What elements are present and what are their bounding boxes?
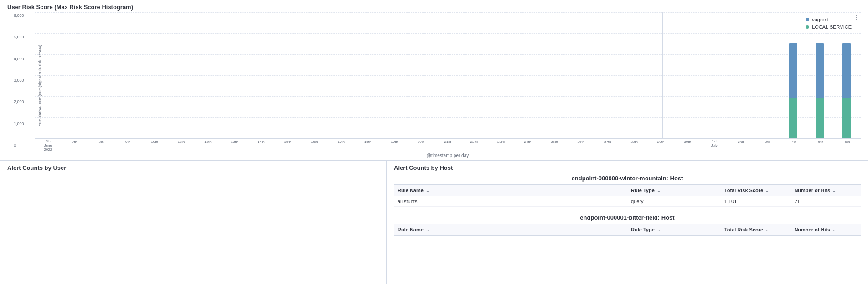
host-table-0: Rule Name ⌄ Rule Type ⌄ Total Risk Score… <box>394 184 861 207</box>
host-title-0: endpoint-000000-winter-mountain: Host <box>394 175 861 182</box>
col-header-total-risk-1[interactable]: Total Risk Score ⌄ <box>721 224 791 236</box>
col-header-rule-type-0[interactable]: Rule Type ⌄ <box>627 185 721 196</box>
sort-icon-rule-1: ⌄ <box>426 228 429 232</box>
x-tick-20th: 20th <box>408 140 434 153</box>
cell-total-risk: 1,101 <box>721 196 791 207</box>
bar-group-6th <box>834 43 861 138</box>
x-tick-9th: 9th <box>114 140 141 153</box>
y-axis-ticks: 6,000 5,000 4,000 3,000 2,000 1,000 0 <box>14 12 35 158</box>
x-tick-4th: 4th <box>781 140 807 153</box>
x-tick-29th: 29th <box>647 140 674 153</box>
x-tick-26th: 26th <box>568 140 594 153</box>
bar-local-5th <box>816 98 824 138</box>
x-tick-25th: 25th <box>541 140 568 153</box>
right-panel-title: Alert Counts by Host <box>394 164 861 171</box>
panel-right: Alert Counts by Host endpoint-000000-win… <box>387 161 868 284</box>
y-tick-3000: 3,000 <box>14 78 35 83</box>
x-tick-17th: 17th <box>328 140 354 153</box>
x-tick-6th: 6th <box>834 140 861 153</box>
col-header-rule-type-1[interactable]: Rule Type ⌄ <box>627 224 721 236</box>
cell-rule-type: query <box>627 196 721 207</box>
bar-local-4th <box>789 98 797 138</box>
x-tick-27th: 27th <box>594 140 621 153</box>
sort-icon-risk-0: ⌄ <box>765 189 769 193</box>
chart-plot-area: vagrant LOCAL SERVICE ⋮ <box>35 12 861 139</box>
col-header-hits-0[interactable]: Number of Hits ⌄ <box>790 185 861 196</box>
y-tick-0: 0 <box>14 143 35 147</box>
x-axis-ticks: 6thJune2022 7th 8th 9th 10th 11th 12th 1… <box>35 139 861 153</box>
x-tick-12th: 12th <box>195 140 221 153</box>
y-tick-5000: 5,000 <box>14 35 35 39</box>
stacked-bar <box>816 43 826 138</box>
legend-dot-vagrant <box>806 18 809 21</box>
x-tick-1st-july: 1stJuly <box>701 140 727 153</box>
bar-vagrant-4th <box>789 43 797 98</box>
cell-hits: 21 <box>790 196 861 207</box>
x-tick-13th: 13th <box>221 140 248 153</box>
x-tick-19th: 19th <box>381 140 408 153</box>
bar-group-5th <box>807 43 834 138</box>
x-tick-14th: 14th <box>248 140 274 153</box>
x-tick-3rd: 3rd <box>754 140 780 153</box>
chart-legend: vagrant LOCAL SERVICE <box>806 17 852 30</box>
bar-vagrant-6th <box>842 43 851 98</box>
sort-icon-type-0: ⌄ <box>657 189 661 193</box>
x-tick-10th: 10th <box>141 140 168 153</box>
chart-options-button[interactable]: ⋮ <box>853 14 860 21</box>
col-header-total-risk-0[interactable]: Total Risk Score ⌄ <box>721 185 791 196</box>
col-header-rule-name-1[interactable]: Rule Name ⌄ <box>394 224 627 236</box>
bar-group-4th <box>781 43 807 138</box>
bottom-panels: Alert Counts by User Alert Counts by Hos… <box>0 161 868 284</box>
legend-label-local: LOCAL SERVICE <box>812 24 852 30</box>
x-tick-21st: 21st <box>434 140 461 153</box>
sort-icon-risk-1: ⌄ <box>765 228 769 232</box>
table-header-row-1: Rule Name ⌄ Rule Type ⌄ Total Risk Score… <box>394 224 861 236</box>
stacked-bar <box>842 43 852 138</box>
bars-container <box>35 12 861 138</box>
bar-vagrant-5th <box>816 43 824 98</box>
x-tick-11th: 11th <box>168 140 194 153</box>
chart-section: User Risk Score (Max Risk Score Histogra… <box>0 0 868 161</box>
x-axis-label: @timestamp per day <box>35 153 861 158</box>
x-tick-24th: 24th <box>514 140 541 153</box>
legend-dot-local <box>806 25 809 29</box>
vertical-separator <box>662 12 663 138</box>
page: User Risk Score (Max Risk Score Histogra… <box>0 0 868 284</box>
panel-left: Alert Counts by User <box>0 161 387 284</box>
sort-icon-hits-1: ⌄ <box>832 228 836 232</box>
host-table-1: Rule Name ⌄ Rule Type ⌄ Total Risk Score… <box>394 224 861 236</box>
x-tick-23rd: 23rd <box>488 140 514 153</box>
x-tick-15th: 15th <box>274 140 301 153</box>
sort-icon-type-1: ⌄ <box>657 228 661 232</box>
cell-rule-name: all.stunts <box>394 196 627 207</box>
sort-icon-hits-0: ⌄ <box>832 189 836 193</box>
table-header-row-0: Rule Name ⌄ Rule Type ⌄ Total Risk Score… <box>394 185 861 196</box>
x-tick-7th: 7th <box>61 140 88 153</box>
stacked-bar <box>789 43 799 138</box>
chart-title: User Risk Score (Max Risk Score Histogra… <box>7 4 861 11</box>
host-block-1: endpoint-000001-bitter-field: Host Rule … <box>394 214 861 236</box>
x-tick-2nd: 2nd <box>728 140 754 153</box>
left-panel-title: Alert Counts by User <box>7 164 379 171</box>
x-tick-8th: 8th <box>88 140 114 153</box>
legend-label-vagrant: vagrant <box>812 17 829 22</box>
x-tick-18th: 18th <box>354 140 381 153</box>
sort-icon-rule-0: ⌄ <box>426 189 429 193</box>
table-row: all.stunts query 1,101 21 <box>394 196 861 207</box>
legend-item-vagrant: vagrant <box>806 17 852 22</box>
y-tick-4000: 4,000 <box>14 57 35 61</box>
col-header-rule-name-0[interactable]: Rule Name ⌄ <box>394 185 627 196</box>
x-tick-6th-june: 6thJune2022 <box>35 140 61 153</box>
x-tick-28th: 28th <box>621 140 647 153</box>
bar-local-6th <box>842 98 851 138</box>
x-tick-16th: 16th <box>301 140 328 153</box>
x-tick-5th: 5th <box>807 140 834 153</box>
y-tick-1000: 1,000 <box>14 121 35 126</box>
col-header-hits-1[interactable]: Number of Hits ⌄ <box>790 224 861 236</box>
y-tick-6000: 6,000 <box>14 13 35 18</box>
x-tick-22nd: 22nd <box>461 140 487 153</box>
legend-item-local: LOCAL SERVICE <box>806 24 852 30</box>
y-tick-2000: 2,000 <box>14 100 35 104</box>
host-title-1: endpoint-000001-bitter-field: Host <box>394 214 861 221</box>
host-block-0: endpoint-000000-winter-mountain: Host Ru… <box>394 175 861 207</box>
